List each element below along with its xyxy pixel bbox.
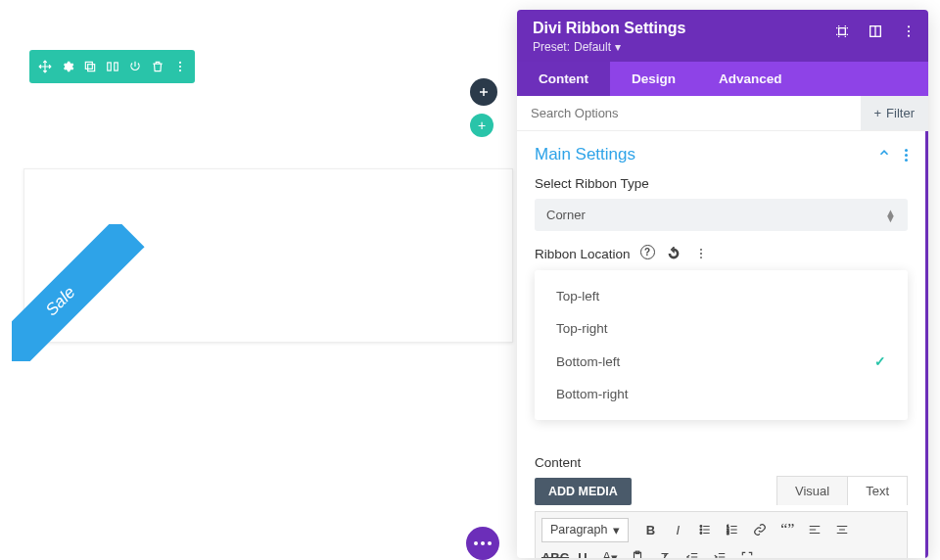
align-left-icon[interactable] — [802, 517, 827, 542]
svg-point-18 — [700, 529, 702, 531]
preset-selector[interactable]: Preset: Default ▾ — [533, 40, 913, 54]
editor-tab-text[interactable]: Text — [848, 477, 907, 505]
tab-content[interactable]: Content — [517, 62, 610, 96]
option-bottom-right[interactable]: Bottom-right — [535, 378, 908, 410]
panel-tabs: Content Design Advanced — [517, 62, 928, 96]
svg-rect-2 — [107, 63, 111, 70]
svg-point-13 — [700, 249, 702, 251]
move-icon[interactable] — [33, 54, 56, 79]
svg-point-14 — [700, 253, 702, 255]
content-field: Content ADD MEDIA Visual Text Paragraph▾… — [517, 434, 925, 558]
outdent-icon[interactable] — [680, 544, 705, 558]
ribbon-type-label: Select Ribbon Type — [535, 176, 908, 191]
select-caret-icon: ▲▼ — [885, 210, 896, 221]
fab-more-button[interactable] — [466, 527, 499, 560]
content-label: Content — [535, 455, 908, 470]
quote-icon[interactable]: “” — [775, 517, 800, 542]
filter-button[interactable]: + Filter — [861, 96, 928, 130]
chevron-up-icon[interactable] — [877, 146, 891, 163]
search-input[interactable] — [517, 96, 861, 130]
check-icon: ✓ — [874, 353, 886, 369]
tab-advanced[interactable]: Advanced — [697, 62, 804, 96]
gear-icon[interactable] — [56, 54, 78, 79]
preset-label: Preset: — [533, 40, 570, 54]
align-center-icon[interactable] — [829, 517, 855, 542]
svg-point-6 — [178, 70, 180, 71]
columns-icon[interactable] — [101, 54, 123, 79]
svg-point-12 — [908, 35, 910, 37]
help-icon[interactable]: ? — [640, 245, 655, 259]
rich-text-toolbar: Paragraph▾ B I 123 “” ABC U A ▾ — [535, 511, 908, 558]
indent-icon[interactable] — [707, 544, 732, 558]
clear-format-icon[interactable] — [652, 544, 678, 558]
panel-body: Main Settings Select Ribbon Type Corner … — [517, 131, 928, 558]
text-color-icon[interactable]: A ▾ — [597, 544, 623, 558]
svg-rect-3 — [114, 63, 118, 70]
ribbon-location-field: Ribbon Location ? Top-left Top-right Bot… — [517, 245, 925, 434]
search-row: + Filter — [517, 96, 928, 131]
svg-rect-7 — [839, 28, 846, 35]
fullscreen-icon[interactable] — [734, 544, 760, 558]
option-bottom-left[interactable]: Bottom-left✓ — [535, 345, 908, 378]
svg-rect-0 — [87, 65, 94, 71]
settings-panel: Divi Ribbon Settings Preset: Default ▾ C… — [517, 10, 928, 558]
ribbon-label: Sale — [12, 224, 145, 361]
panel-header: Divi Ribbon Settings Preset: Default ▾ — [517, 10, 928, 62]
filter-label: Filter — [886, 106, 915, 120]
field-kebab-icon[interactable] — [692, 245, 710, 262]
section-kebab-icon[interactable] — [905, 149, 908, 162]
svg-point-5 — [178, 66, 180, 68]
module-toolbar — [29, 50, 195, 83]
duplicate-icon[interactable] — [78, 54, 101, 79]
ribbon-type-value: Corner — [546, 208, 586, 222]
preset-value: Default — [574, 40, 611, 54]
ribbon-location-label: Ribbon Location — [535, 247, 631, 261]
chevron-down-icon: ▾ — [615, 40, 621, 54]
ribbon-type-select[interactable]: Corner ▲▼ — [535, 199, 908, 231]
bold-icon[interactable]: B — [637, 517, 663, 542]
expand-panel-icon[interactable] — [868, 23, 883, 39]
ribbon-location-dropdown: Top-left Top-right Bottom-left✓ Bottom-r… — [535, 270, 908, 420]
trash-icon[interactable] — [146, 54, 168, 79]
italic-icon[interactable]: I — [665, 517, 690, 542]
svg-point-4 — [178, 62, 180, 64]
add-section-button[interactable] — [470, 78, 497, 106]
chevron-down-icon: ▾ — [613, 523, 620, 537]
power-icon[interactable] — [123, 54, 146, 79]
svg-point-10 — [908, 25, 910, 27]
underline-icon[interactable]: U — [570, 544, 595, 558]
target-icon[interactable] — [834, 23, 850, 39]
svg-point-20 — [700, 533, 702, 535]
svg-point-16 — [700, 526, 702, 528]
editor-tab-visual[interactable]: Visual — [777, 477, 848, 505]
add-module-button[interactable]: + — [470, 114, 494, 137]
option-top-left[interactable]: Top-left — [535, 280, 908, 312]
svg-text:3: 3 — [728, 531, 730, 536]
svg-rect-1 — [85, 62, 92, 69]
kebab-icon[interactable] — [168, 54, 191, 79]
bullet-list-icon[interactable] — [692, 517, 718, 542]
add-media-button[interactable]: ADD MEDIA — [535, 478, 632, 505]
paste-icon[interactable] — [625, 544, 650, 558]
section-main-settings[interactable]: Main Settings — [517, 131, 925, 176]
editor-mode-tabs: Visual Text — [776, 476, 908, 505]
ribbon-type-field: Select Ribbon Type Corner ▲▼ — [517, 176, 925, 245]
svg-point-15 — [700, 257, 702, 258]
link-icon[interactable] — [747, 517, 773, 542]
section-title: Main Settings — [535, 145, 635, 164]
svg-point-11 — [908, 30, 910, 32]
reset-icon[interactable] — [665, 245, 682, 262]
format-selector[interactable]: Paragraph▾ — [541, 518, 629, 542]
number-list-icon[interactable]: 123 — [720, 517, 745, 542]
option-top-right[interactable]: Top-right — [535, 312, 908, 345]
panel-kebab-icon[interactable] — [901, 23, 916, 39]
plus-icon: + — [874, 106, 882, 120]
strikethrough-icon[interactable]: ABC — [542, 544, 568, 558]
tab-design[interactable]: Design — [610, 62, 697, 96]
ribbon-preview: Sale — [12, 224, 149, 361]
